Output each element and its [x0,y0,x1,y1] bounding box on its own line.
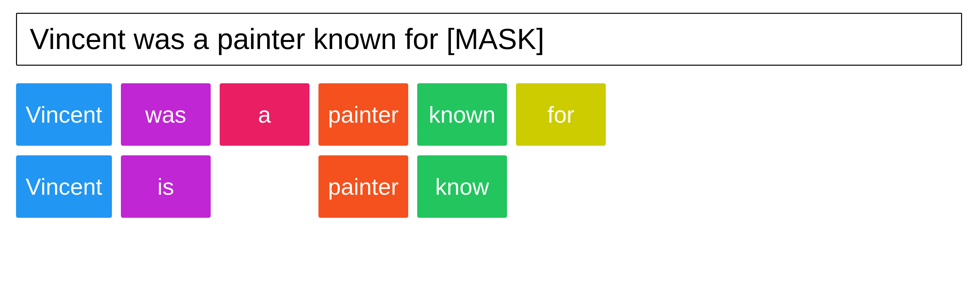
token-painter-2[interactable]: painter [318,155,408,218]
token-vincent-2[interactable]: Vincent [16,155,112,218]
token-label: for [547,101,574,128]
sentence-box: Vincent was a painter known for [MASK] [16,13,962,66]
token-row-2: Vincent is painter know [16,155,962,218]
token-know[interactable]: know [417,155,507,218]
token-label: Vincent [25,101,102,128]
token-was[interactable]: was [121,83,211,146]
token-rows: Vincent was a painter known for Vincent … [16,83,962,218]
token-gap [220,155,309,218]
token-label: was [145,101,186,128]
token-label: painter [328,101,399,128]
token-label: Vincent [25,174,102,200]
token-label: know [435,174,489,200]
token-for[interactable]: for [516,83,606,146]
token-label: known [429,101,495,128]
token-is[interactable]: is [121,155,211,218]
sentence-text: Vincent was a painter known for [MASK] [30,23,544,55]
token-a[interactable]: a [220,83,309,146]
token-known[interactable]: known [417,83,507,146]
token-label: painter [328,174,399,200]
token-painter-1[interactable]: painter [318,83,408,146]
token-label: is [158,174,174,200]
token-row-1: Vincent was a painter known for [16,83,962,146]
token-label: a [258,101,271,128]
token-vincent-1[interactable]: Vincent [16,83,112,146]
